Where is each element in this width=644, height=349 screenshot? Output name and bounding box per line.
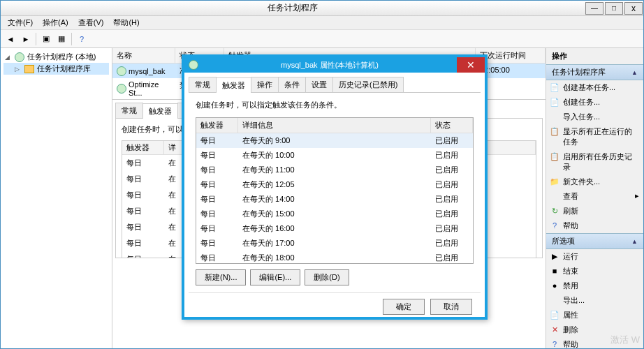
arrow-icon: ▸ bbox=[635, 191, 639, 200]
dtab-cond[interactable]: 条件 bbox=[278, 77, 306, 92]
maximize-button[interactable]: □ bbox=[605, 2, 623, 15]
dialog-trigger-row[interactable]: 每日在每天的 14:00已启用 bbox=[196, 192, 473, 207]
back-button[interactable]: ◄ bbox=[3, 32, 17, 46]
action-icon: 📋 bbox=[550, 151, 559, 161]
action-item[interactable]: 📁新文件夹... bbox=[546, 174, 643, 189]
menu-action[interactable]: 操作(A) bbox=[38, 16, 73, 29]
tree-library[interactable]: ▷ 任务计划程序库 bbox=[3, 63, 109, 75]
action-item[interactable]: 📄属性 bbox=[546, 308, 643, 322]
menu-view[interactable]: 查看(V) bbox=[74, 16, 108, 29]
action-icon: ? bbox=[550, 339, 559, 348]
tree-panel: ◢ 任务计划程序 (本地) ▷ 任务计划程序库 bbox=[1, 48, 112, 348]
action-icon: ▶ bbox=[550, 251, 559, 261]
menubar: 文件(F) 操作(A) 查看(V) 帮助(H) bbox=[1, 16, 643, 30]
tool-up-icon[interactable]: ▣ bbox=[39, 32, 53, 46]
action-icon: 📁 bbox=[550, 177, 559, 186]
action-item[interactable]: 📄创建任务... bbox=[546, 95, 643, 110]
action-icon bbox=[550, 191, 559, 201]
dtab-settings[interactable]: 设置 bbox=[305, 77, 333, 92]
dialog-trigger-row[interactable]: 每日在每天的 11:00已启用 bbox=[196, 163, 473, 177]
menu-file[interactable]: 文件(F) bbox=[3, 16, 37, 29]
properties-dialog: mysql_bak 属性(本地计算机) ✕ 常规 触发器 操作 条件 设置 历史… bbox=[182, 54, 488, 320]
action-item[interactable]: 📋显示所有正在运行的任务 bbox=[546, 124, 643, 149]
cancel-button[interactable]: 取消 bbox=[430, 299, 472, 315]
help-icon[interactable]: ? bbox=[75, 32, 89, 46]
dtab-triggers[interactable]: 触发器 bbox=[216, 77, 251, 93]
titlebar: 任务计划程序 — □ x bbox=[1, 1, 643, 16]
action-item[interactable]: ●禁用 bbox=[546, 279, 643, 293]
action-icon: ↻ bbox=[550, 206, 559, 216]
action-icon: ? bbox=[550, 221, 559, 230]
dialog-title: mysql_bak 属性(本地计算机) bbox=[203, 60, 457, 70]
col-name[interactable]: 名称 bbox=[112, 48, 175, 63]
toolbar: ◄ ► ▣ ▦ ? bbox=[1, 30, 643, 48]
action-icon: ✕ bbox=[550, 325, 559, 334]
dialog-titlebar: mysql_bak 属性(本地计算机) ✕ bbox=[184, 57, 485, 73]
dtab-history[interactable]: 历史记录(已禁用) bbox=[332, 77, 404, 92]
dialog-desc: 创建任务时，可以指定触发该任务的条件。 bbox=[196, 100, 474, 110]
watermark: 激活 W bbox=[610, 334, 640, 346]
action-item[interactable]: 📄创建基本任务... bbox=[546, 80, 643, 95]
action-icon: 📄 bbox=[550, 82, 559, 92]
dialog-trigger-row[interactable]: 每日在每天的 16:00已启用 bbox=[196, 221, 473, 236]
edit-button[interactable]: 编辑(E)... bbox=[250, 269, 300, 285]
action-icon bbox=[550, 112, 559, 121]
dtab-actions[interactable]: 操作 bbox=[251, 77, 279, 92]
dcol-detail[interactable]: 详细信息 bbox=[238, 118, 431, 133]
dcol-trigger[interactable]: 触发器 bbox=[196, 118, 238, 133]
tree-root[interactable]: ◢ 任务计划程序 (本地) bbox=[3, 51, 109, 63]
action-icon: 📄 bbox=[550, 97, 559, 107]
dialog-content: 创建任务时，可以指定触发该任务的条件。 触发器 详细信息 状态 每日在每天的 9… bbox=[189, 93, 481, 292]
dialog-trigger-row[interactable]: 每日在每天的 9:00已启用 bbox=[196, 133, 473, 148]
action-section-selected[interactable]: 所选项▲ bbox=[546, 233, 643, 249]
action-item[interactable]: 导出... bbox=[546, 293, 643, 308]
action-item[interactable]: ▶运行 bbox=[546, 249, 643, 264]
actions-header: 操作 bbox=[546, 48, 643, 64]
tool-properties-icon[interactable]: ▦ bbox=[54, 32, 68, 46]
close-button[interactable]: x bbox=[624, 2, 643, 15]
lower-col-trigger[interactable]: 触发器 bbox=[122, 141, 164, 154]
expand-icon[interactable]: ▷ bbox=[15, 66, 22, 73]
dialog-tabs: 常规 触发器 操作 条件 设置 历史记录(已禁用) bbox=[189, 77, 481, 93]
dtab-general[interactable]: 常规 bbox=[189, 77, 217, 92]
tree-root-label: 任务计划程序 (本地) bbox=[27, 52, 96, 62]
actions-panel: 操作 任务计划程序库▲ 📄创建基本任务...📄创建任务...导入任务...📋显示… bbox=[546, 48, 643, 348]
task-icon bbox=[117, 66, 126, 76]
menu-help[interactable]: 帮助(H) bbox=[109, 16, 143, 29]
dialog-trigger-row[interactable]: 每日在每天的 18:00已启用 bbox=[196, 251, 473, 264]
tab-triggers[interactable]: 触发器 bbox=[142, 103, 178, 119]
window-title: 任务计划程序 bbox=[1, 2, 585, 14]
action-item[interactable]: 查看▸ bbox=[546, 189, 643, 204]
ok-button[interactable]: 确定 bbox=[383, 299, 425, 315]
action-item[interactable]: 📋启用所有任务历史记录 bbox=[546, 149, 643, 174]
task-icon bbox=[117, 84, 126, 94]
action-item[interactable]: ?帮助 bbox=[546, 218, 643, 233]
action-item[interactable]: 导入任务... bbox=[546, 110, 643, 124]
dialog-close-button[interactable]: ✕ bbox=[457, 57, 485, 73]
clock-icon bbox=[15, 52, 24, 62]
minimize-button[interactable]: — bbox=[585, 2, 603, 15]
forward-button[interactable]: ► bbox=[19, 32, 33, 46]
dialog-trigger-table: 触发器 详细信息 状态 每日在每天的 9:00已启用每日在每天的 10:00已启… bbox=[196, 117, 474, 264]
collapse-icon[interactable]: ◢ bbox=[5, 54, 12, 61]
tab-general[interactable]: 常规 bbox=[115, 103, 143, 118]
action-icon bbox=[550, 295, 559, 305]
action-item[interactable]: ■结束 bbox=[546, 264, 643, 279]
dialog-trigger-row[interactable]: 每日在每天的 12:05已启用 bbox=[196, 177, 473, 192]
action-icon: ● bbox=[550, 281, 559, 290]
action-section-library[interactable]: 任务计划程序库▲ bbox=[546, 64, 643, 80]
dialog-trigger-row[interactable]: 每日在每天的 15:00已启用 bbox=[196, 207, 473, 221]
new-button[interactable]: 新建(N)... bbox=[196, 269, 246, 285]
action-icon: 📋 bbox=[550, 126, 559, 136]
action-icon: 📄 bbox=[550, 310, 559, 320]
dcol-status[interactable]: 状态 bbox=[431, 118, 473, 133]
action-icon: ■ bbox=[550, 266, 559, 276]
clock-icon bbox=[189, 60, 198, 70]
action-item[interactable]: ↻刷新 bbox=[546, 204, 643, 218]
folder-icon bbox=[24, 65, 34, 73]
dialog-trigger-row[interactable]: 每日在每天的 17:00已启用 bbox=[196, 236, 473, 251]
chevron-up-icon: ▲ bbox=[631, 69, 638, 76]
dialog-trigger-row[interactable]: 每日在每天的 10:00已启用 bbox=[196, 148, 473, 163]
delete-button[interactable]: 删除(D) bbox=[305, 269, 349, 285]
chevron-up-icon: ▲ bbox=[631, 238, 638, 245]
